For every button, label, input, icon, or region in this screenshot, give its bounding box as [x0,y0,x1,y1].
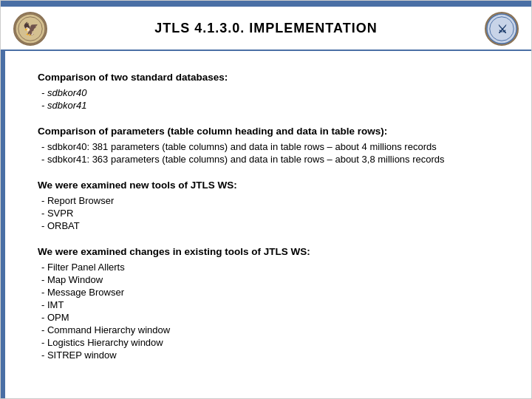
section-4-item-3: - IMT [38,299,494,310]
section-4-heading: We were examined changes in existing too… [38,246,494,257]
section-2: Comparison of parameters (table column h… [38,126,494,165]
section-1-item-0: - sdbkor40 [38,87,494,98]
section-1: Comparison of two standard databases: - … [38,72,494,111]
header-title: JTLS 4.1.3.0. IMPLEMENTATION [154,21,377,36]
section-1-item-1: - sdbkor41 [38,100,494,111]
section-2-heading: Comparison of parameters (table column h… [38,126,494,137]
section-3: We were examined new tools of JTLS WS: -… [38,180,494,231]
top-bar [1,1,531,7]
svg-text:🦅: 🦅 [23,21,39,37]
section-1-heading: Comparison of two standard databases: [38,72,494,83]
section-4-item-0: - Filter Panel Allerts [38,262,494,273]
section-4: We were examined changes in existing too… [38,246,494,361]
header: 🦅 JTLS 4.1.3.0. IMPLEMENTATION ⚔ [1,7,531,51]
content-area: Comparison of two standard databases: - … [1,51,531,369]
svg-text:⚔: ⚔ [497,23,507,35]
section-2-item-0: - sdbkor40: 381 parameters (table column… [38,141,494,152]
logo-left: 🦅 [12,10,49,47]
left-accent-bar [1,51,5,398]
section-4-item-7: - SITREP window [38,349,494,361]
section-4-item-6: - Logistics Hierarchy window [38,337,494,348]
slide-container: 🦅 JTLS 4.1.3.0. IMPLEMENTATION ⚔ Compari… [0,0,532,399]
section-2-item-1: - sdbkor41: 363 parameters (table column… [38,154,494,165]
right-emblem: ⚔ [485,12,519,46]
section-4-item-2: - Message Browser [38,287,494,298]
section-4-item-4: - OPM [38,312,494,323]
logo-right: ⚔ [483,10,520,47]
section-3-heading: We were examined new tools of JTLS WS: [38,180,494,191]
section-3-item-0: - Report Browser [38,195,494,206]
section-3-item-1: - SVPR [38,208,494,219]
section-3-item-2: - ORBAT [38,220,494,231]
left-emblem: 🦅 [13,12,47,46]
section-4-item-5: - Command Hierarchy window [38,324,494,335]
section-4-item-1: - Map Window [38,274,494,285]
